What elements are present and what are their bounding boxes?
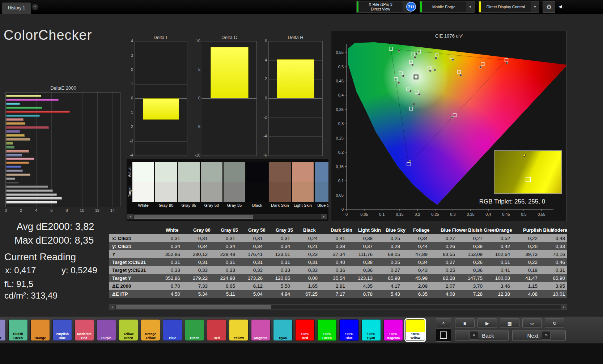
patch-gray-50[interactable]: Gray 50 bbox=[201, 162, 222, 211]
pattern-source-module[interactable]: Mobile Forge ▼ bbox=[420, 1, 475, 13]
de-bar bbox=[6, 150, 29, 153]
actual-swatch bbox=[201, 162, 222, 182]
patch-white[interactable]: White bbox=[132, 162, 154, 211]
de-bar bbox=[6, 181, 19, 184]
add-tab-button[interactable]: + bbox=[32, 4, 38, 10]
gridline bbox=[135, 84, 187, 85]
patch-gray-80[interactable]: Gray 80 bbox=[155, 162, 177, 211]
table-cell: 0,27 bbox=[383, 266, 411, 274]
collapse-panel-icon[interactable]: ◀ bbox=[559, 4, 562, 9]
scroll-left-arrow[interactable]: ◄ bbox=[110, 305, 115, 309]
pattern-tile-bluish-green[interactable]: BluishGreen bbox=[8, 319, 28, 341]
pattern-tile-cyan[interactable]: Cyan bbox=[273, 319, 293, 341]
inset-measured-dot bbox=[523, 154, 526, 157]
tick-label: 4 bbox=[131, 39, 133, 43]
svg-text:0,25: 0,25 bbox=[336, 136, 344, 140]
next-button[interactable]: Next » bbox=[512, 330, 566, 341]
pattern-tile-blue[interactable]: Blue bbox=[163, 319, 182, 341]
scrollbar-thumb[interactable] bbox=[134, 215, 253, 219]
patch-strip-panel: Actual Target WhiteGray 80Gray 65Gray 50… bbox=[127, 159, 328, 221]
scroll-left-arrow[interactable]: ◄ bbox=[128, 214, 133, 219]
pattern-tile-green[interactable]: Green bbox=[185, 319, 204, 341]
pattern-tile-blue-flower[interactable]: BlueFlower bbox=[0, 319, 6, 341]
table-cell: 228,48 bbox=[218, 250, 246, 258]
pattern-tile-red[interactable]: Red bbox=[207, 319, 226, 341]
table-cell: 5,50 bbox=[273, 282, 301, 290]
table-cell: 0,19 bbox=[521, 266, 548, 274]
patch-black[interactable]: Black bbox=[246, 162, 268, 211]
actual-swatch bbox=[269, 162, 291, 182]
target-swatch bbox=[201, 182, 222, 202]
scrollbar-thumb[interactable] bbox=[116, 305, 271, 309]
table-row: ΔE 20006,707,336,656,125,501,652,814,354… bbox=[109, 282, 567, 290]
table-cell: 0,31 bbox=[191, 234, 218, 242]
patch-label: Blue Sky bbox=[315, 203, 328, 207]
pattern-tile-yellow[interactable]: Yellow bbox=[229, 319, 249, 341]
patch-strip-scrollbar[interactable]: ◄ ► bbox=[127, 214, 327, 219]
pattern-window-button[interactable] bbox=[436, 329, 451, 342]
pattern-page-up-button[interactable]: ∧ bbox=[436, 318, 451, 327]
gridline bbox=[135, 41, 187, 42]
pattern-tile-orange-yellow[interactable]: OrangeYellow bbox=[141, 319, 160, 341]
pattern-tile-100-yellow[interactable]: 100%Yellow bbox=[405, 319, 425, 341]
back-button[interactable]: « Back bbox=[455, 330, 509, 341]
actual-swatch bbox=[155, 162, 177, 182]
delta-bar bbox=[211, 47, 249, 98]
column-header: Gray 65 bbox=[218, 226, 246, 234]
table-cell: 0,38 bbox=[356, 258, 383, 266]
rgb-triplet-label: RGB Triplet: 255, 255, 0 bbox=[465, 198, 559, 205]
deltae2000-chart: DeltaE 2000 02468101214 bbox=[5, 85, 121, 215]
table-cell: 4,08 bbox=[521, 290, 548, 298]
history-tab[interactable]: History 1 bbox=[2, 3, 31, 14]
page-title: ColorChecker bbox=[4, 27, 92, 43]
patch-blue-sky[interactable]: Blue Sky bbox=[315, 162, 328, 211]
gridline bbox=[269, 155, 322, 156]
patch-light-skin[interactable]: Light Skin bbox=[292, 162, 314, 211]
cie-chart-panel: 00,050,10,150,20,250,30,350,40,450,50,55… bbox=[331, 31, 567, 221]
pattern-tile-100-red[interactable]: 100%Red bbox=[295, 319, 315, 341]
tile-label: BluishGreen bbox=[9, 332, 27, 340]
de-bar bbox=[6, 118, 24, 121]
svg-text:0,1: 0,1 bbox=[338, 179, 344, 183]
column-header: Foliage bbox=[411, 226, 438, 234]
table-scrollbar[interactable]: ◄ ► bbox=[109, 304, 567, 310]
pattern-tile-100-green[interactable]: 100%Green bbox=[317, 319, 337, 341]
table-cell: 6,12 bbox=[246, 282, 273, 290]
pattern-tile-100-blue[interactable]: 100%Blue bbox=[339, 319, 359, 341]
table-cell: 102,64 bbox=[493, 250, 521, 258]
display-dropdown-button[interactable]: ▼ bbox=[531, 1, 539, 12]
x-tick-label: 4 bbox=[32, 208, 41, 213]
settings-gear-icon[interactable]: ⚙ bbox=[543, 1, 555, 13]
pattern-tile-yellow-green[interactable]: YellowGreen bbox=[119, 319, 138, 341]
patch-gray-65[interactable]: Gray 65 bbox=[178, 162, 200, 211]
source-dropdown-button[interactable]: ▼ bbox=[466, 1, 474, 12]
table-cell: 0,31 bbox=[218, 234, 246, 242]
patch-dark-skin[interactable]: Dark Skin bbox=[269, 162, 291, 211]
table-cell: 173,26 bbox=[246, 274, 273, 282]
table-cell: 8,78 bbox=[356, 290, 383, 298]
refresh-icon: ↻ bbox=[553, 321, 557, 326]
scroll-right-arrow[interactable]: ► bbox=[321, 214, 327, 219]
current-reading-heading: Current Reading bbox=[4, 252, 76, 263]
svg-text:0,05: 0,05 bbox=[336, 193, 344, 197]
infinity-icon: ∞ bbox=[530, 321, 534, 326]
table-cell: 0,43 bbox=[411, 266, 438, 274]
target-swatch bbox=[224, 182, 245, 202]
table-row: Target x:CIE310,310,310,310,310,310,310,… bbox=[109, 258, 567, 266]
deltae2000-title: DeltaE 2000 bbox=[5, 85, 121, 91]
meter-module[interactable]: X-Rite i1Pro 3 Direct View ▼ bbox=[356, 1, 411, 13]
delta-c-title: Delta C bbox=[202, 35, 257, 40]
target-swatch bbox=[269, 182, 291, 202]
pattern-tile-100-cyan[interactable]: 100%Cyan bbox=[361, 319, 381, 341]
delta-bar bbox=[277, 59, 314, 98]
scroll-right-arrow[interactable]: ► bbox=[561, 305, 566, 309]
display-control-module[interactable]: Direct Display Control ▼ bbox=[479, 1, 539, 13]
pattern-tile-purplish-blue[interactable]: PurplishBlue bbox=[52, 319, 72, 341]
pattern-tile-orange[interactable]: Orange bbox=[30, 319, 50, 341]
pattern-tile-100-magenta[interactable]: 100%Magenta bbox=[383, 319, 403, 341]
de-bar bbox=[6, 193, 57, 196]
patch-gray-35[interactable]: Gray 35 bbox=[224, 162, 245, 211]
pattern-tile-purple[interactable]: Purple bbox=[97, 319, 116, 341]
pattern-tile-magenta[interactable]: Magenta bbox=[251, 319, 271, 341]
pattern-tile-moderate-red[interactable]: ModerateRed bbox=[75, 319, 94, 341]
